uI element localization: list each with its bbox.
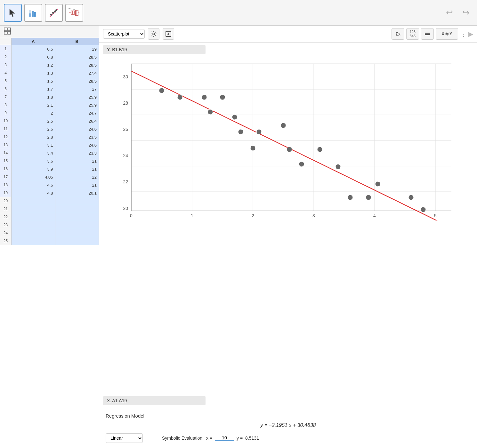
svg-text:4: 4 — [373, 213, 376, 218]
cell-a[interactable] — [12, 229, 55, 237]
cell-b[interactable]: 24.6 — [55, 141, 99, 149]
cell-a[interactable]: 2.6 — [12, 125, 55, 133]
svg-point-9 — [55, 9, 57, 11]
svg-text:0: 0 — [130, 213, 133, 218]
undo-button[interactable]: ↩ — [442, 6, 457, 20]
cell-b[interactable]: 21 — [55, 181, 99, 189]
chart-settings-button[interactable] — [148, 28, 159, 40]
regression-section: Regression Model y = −2.1951 x + 30.4638… — [99, 408, 477, 448]
cell-b[interactable]: 21 — [55, 165, 99, 173]
grid-row: 20 — [0, 197, 99, 205]
cell-b[interactable]: 24.6 — [55, 125, 99, 133]
cell-a[interactable]: 3.6 — [12, 157, 55, 165]
more-options-button[interactable]: ⋮ — [460, 30, 466, 38]
boxplot-tool-button[interactable] — [65, 4, 83, 22]
row-number: 22 — [0, 213, 12, 221]
row-number: 25 — [0, 237, 12, 245]
x-equals-label: x = — [206, 436, 212, 441]
redo-button[interactable]: ↪ — [459, 6, 473, 20]
svg-line-14 — [69, 8, 75, 10]
bar-chart-tool-button[interactable] — [24, 4, 42, 22]
chart-export-button[interactable] — [163, 28, 174, 40]
row-number: 4 — [0, 69, 12, 77]
data-point — [256, 129, 262, 134]
swap-xy-button[interactable]: X ⇆ Y — [436, 28, 458, 40]
cell-b[interactable]: 22 — [55, 173, 99, 181]
cell-a[interactable] — [12, 213, 55, 221]
cell-a[interactable] — [12, 221, 55, 229]
cell-a[interactable]: 1.8 — [12, 93, 55, 101]
cell-b[interactable]: 28.5 — [55, 61, 99, 69]
svg-text:5: 5 — [434, 213, 437, 218]
cell-b[interactable]: 23.3 — [55, 149, 99, 157]
linear-type-select[interactable]: Linear Quadratic Exponential Power — [106, 433, 143, 443]
cell-b[interactable]: 28.5 — [55, 53, 99, 61]
num-button[interactable]: 123345 — [406, 28, 419, 40]
svg-point-7 — [52, 12, 54, 14]
cell-a[interactable]: 2.1 — [12, 101, 55, 109]
cell-a[interactable]: 1.5 — [12, 77, 55, 85]
cell-a[interactable] — [12, 205, 55, 213]
cell-a[interactable]: 2.8 — [12, 133, 55, 141]
symbolic-eval: Symbolic Evaluation: x = y = 8.5131 — [162, 435, 259, 441]
grid-row: 102.526.4 — [0, 117, 99, 125]
cell-b[interactable] — [55, 221, 99, 229]
cell-b[interactable]: 28.5 — [55, 77, 99, 85]
chart-toolbar: Scatterplot Bar Chart Histogram Σx — [99, 26, 477, 43]
cell-a[interactable]: 4.6 — [12, 181, 55, 189]
row-number: 8 — [0, 101, 12, 109]
chart-type-select[interactable]: Scatterplot Bar Chart Histogram — [103, 29, 145, 39]
cell-a[interactable]: 1.3 — [12, 69, 55, 77]
cell-b[interactable]: 27.4 — [55, 69, 99, 77]
sigma-x-button[interactable]: Σx — [392, 28, 404, 40]
main-area: A B 10.52920.828.531.228.541.327.451.528… — [0, 26, 477, 448]
cell-b[interactable] — [55, 237, 99, 245]
cell-a[interactable]: 3.4 — [12, 149, 55, 157]
cell-b[interactable]: 23.5 — [55, 133, 99, 141]
cell-b[interactable] — [55, 229, 99, 237]
svg-text:24: 24 — [123, 153, 128, 158]
row-number: 20 — [0, 197, 12, 205]
cell-a[interactable]: 4.05 — [12, 173, 55, 181]
cell-a[interactable]: 0.5 — [12, 45, 55, 53]
scatter-tool-button[interactable] — [45, 4, 63, 22]
top-toolbar: ↩ ↪ — [0, 0, 477, 26]
cell-a[interactable]: 3.1 — [12, 141, 55, 149]
cell-a[interactable] — [12, 237, 55, 245]
cell-a[interactable]: 2.5 — [12, 117, 55, 125]
cell-b[interactable]: 25.9 — [55, 93, 99, 101]
collapse-button[interactable]: ▶ — [468, 30, 473, 38]
cell-a[interactable]: 2 — [12, 109, 55, 117]
y-result-value: 8.5131 — [245, 436, 259, 441]
cell-a[interactable]: 4.8 — [12, 189, 55, 197]
grid-row: 122.823.5 — [0, 133, 99, 141]
x-value-input[interactable] — [215, 435, 234, 441]
data-point — [238, 129, 243, 134]
cell-a[interactable]: 3.9 — [12, 165, 55, 173]
cell-b[interactable]: 25.9 — [55, 101, 99, 109]
cell-b[interactable]: 21 — [55, 157, 99, 165]
cell-a[interactable]: 1.7 — [12, 85, 55, 93]
cell-b[interactable]: 26.4 — [55, 117, 99, 125]
sheet-grid-button[interactable] — [2, 27, 13, 36]
cell-b[interactable]: 27 — [55, 85, 99, 93]
equals-button[interactable] — [421, 28, 434, 40]
cursor-tool-button[interactable] — [4, 4, 22, 22]
grid-row: 82.125.9 — [0, 101, 99, 109]
col-b-header[interactable]: B — [55, 38, 99, 45]
cell-b[interactable] — [55, 205, 99, 213]
cell-b[interactable]: 20.1 — [55, 189, 99, 197]
grid-row: 174.0522 — [0, 173, 99, 181]
cell-a[interactable]: 1.2 — [12, 61, 55, 69]
cell-a[interactable] — [12, 197, 55, 205]
cell-b[interactable]: 24.7 — [55, 109, 99, 117]
cell-b[interactable]: 29 — [55, 45, 99, 53]
data-point — [281, 123, 286, 128]
cell-b[interactable] — [55, 197, 99, 205]
row-number: 2 — [0, 53, 12, 61]
grid-row: 20.828.5 — [0, 53, 99, 61]
col-a-header[interactable]: A — [12, 38, 55, 45]
cell-b[interactable] — [55, 213, 99, 221]
cell-a[interactable]: 0.8 — [12, 53, 55, 61]
row-number: 14 — [0, 149, 12, 157]
